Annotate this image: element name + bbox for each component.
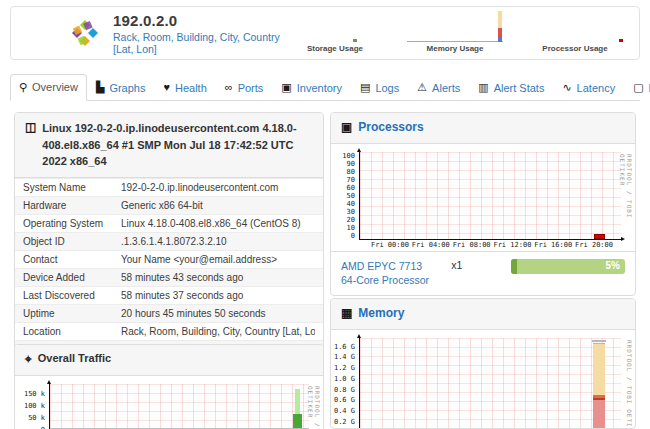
tab[interactable]: ▤ Logs (351, 74, 408, 101)
row-value: 58 minutes 37 seconds ago (121, 290, 315, 301)
y-tick: 70 (347, 176, 355, 184)
mini-graph-label: Processor Usage (527, 44, 623, 53)
x-tick: Fri 20:00 (575, 241, 613, 249)
x-tick: Fri 08:00 (453, 241, 491, 249)
tab[interactable]: ♥ Health (154, 74, 215, 101)
y-tick: 0.4 G (334, 407, 355, 415)
tab[interactable]: ▢ Notes (624, 74, 650, 101)
y-tick: 50 k (28, 414, 45, 422)
tab[interactable]: ⚲ Overview (10, 74, 87, 101)
processor-entry: AMD EPYC 7713 64-Core Processor x1 5% (331, 251, 635, 295)
mem-total-line (592, 340, 606, 342)
row-label: Last Discovered (23, 290, 121, 301)
x-tick: Fri 00:00 (371, 241, 409, 249)
tab-label: Overview (32, 81, 78, 93)
mem-y-axis: 1.6 G1.4 G1.2 G1.0 G0.8 G0.6 G0.4 G0.2 G… (331, 343, 355, 429)
y-tick: 0.8 G (334, 386, 355, 394)
overall-traffic-panel: ⌖ Overall Traffic 150 k100 k50 k0 RRDTOO… (14, 344, 324, 429)
traffic-title: Overall Traffic (38, 352, 111, 364)
table-row: System Name 192-0-2-0.ip.linodeuserconte… (15, 178, 323, 196)
tab[interactable]: ⚠ Alerts (408, 74, 469, 101)
row-label: Object ID (23, 236, 121, 247)
device-header: 192.0.2.0 Rack, Room, Building, City, Co… (10, 6, 640, 60)
tab-icon: ▥ (478, 82, 488, 93)
tab-label: Latency (577, 82, 616, 94)
x-tick: Fri 04:00 (412, 241, 450, 249)
tab[interactable]: ▙ Graphs (87, 74, 155, 101)
server-icon: ◫ (25, 120, 36, 136)
x-tick: Fri 12:00 (493, 241, 531, 249)
processor-name: AMD EPYC 7713 (341, 259, 429, 273)
table-row: Uptime 20 hours 45 minutes 50 seconds ⚑ (15, 304, 323, 322)
processor-name-2: 64-Core Processor (341, 273, 429, 287)
tab[interactable]: ∿ Latency (553, 74, 624, 101)
row-value: 192-0-2-0.ip.linodeusercontent.com (121, 182, 315, 193)
row-value: 20 hours 45 minutes 50 seconds (121, 308, 315, 319)
traffic-y-axis: 150 k100 k50 k0 (15, 390, 45, 429)
mini-graph-label: Memory Usage (407, 44, 503, 53)
y-tick: 40 (347, 200, 355, 208)
memory-panel: ▦ Memory 1.6 G1.4 G1.2 G1.0 G0.8 G0.6 G0… (330, 298, 636, 429)
tab-label: Ports (238, 82, 264, 94)
tab[interactable]: ▥ Alert Stats (469, 74, 553, 101)
tab-label: Health (175, 82, 207, 94)
tab[interactable]: ▣ Inventory (272, 74, 351, 101)
row-label: Hardware (23, 200, 121, 211)
y-tick: 30 (347, 208, 355, 216)
tab-label: Alerts (432, 82, 460, 94)
binoculars-icon: ⌖ (25, 352, 32, 368)
mini-graph[interactable]: Storage Usage (287, 11, 383, 55)
processors-graph[interactable]: 1009080706050403020100 Fri 00:00Fri 04:0… (331, 144, 635, 251)
y-tick: 1.4 G (334, 353, 355, 361)
cpu-usage-bar (594, 234, 605, 239)
device-location-link[interactable]: Rack, Room, Building, City, Country [Lat… (113, 31, 287, 55)
memory-used-spike (498, 28, 502, 37)
zero-line (50, 428, 309, 429)
tab-label: Alert Stats (494, 82, 545, 94)
memory-graph[interactable]: 1.6 G1.4 G1.2 G1.0 G0.8 G0.6 G0.4 G0.2 G… (331, 330, 635, 429)
cpu-plot (359, 152, 621, 240)
tab-icon: ♥ (163, 82, 170, 93)
processors-title[interactable]: Processors (358, 120, 423, 134)
tab-icon: ∿ (562, 82, 571, 93)
processor-link[interactable]: AMD EPYC 7713 64-Core Processor (341, 259, 429, 287)
traffic-in-bar (293, 414, 302, 428)
memory-shared-spike (498, 37, 502, 42)
tab[interactable]: ∞ Ports (216, 74, 273, 101)
row-label: Device Added (23, 272, 121, 283)
cpu-x-axis: Fri 00:00Fri 04:00Fri 08:00Fri 12:00Fri … (359, 240, 621, 249)
y-tick: 100 k (24, 402, 45, 410)
cpu-usage-percent: 5% (606, 260, 620, 271)
mini-graph[interactable]: Memory Usage (407, 11, 503, 55)
y-tick: 1.6 G (334, 343, 355, 351)
row-value: 58 minutes 43 seconds ago (121, 272, 315, 283)
header-mini-graphs: Storage Usage Memory Usage Processor Usa… (287, 11, 623, 55)
x-tick: Fri 16:00 (534, 241, 572, 249)
memory-header: ▦ Memory (331, 299, 635, 330)
traffic-graph[interactable]: 150 k100 k50 k0 RRDTOOL / TOBI OETIKER (15, 376, 323, 429)
table-row: Operating System Linux 4.18.0-408.el8.x8… (15, 214, 323, 232)
system-info-header: ◫ Linux 192-0-2-0.ip.linodeusercontent.c… (15, 113, 323, 178)
y-tick: 90 (347, 160, 355, 168)
tab-label: Graphs (109, 82, 145, 94)
table-row: Device Added 58 minutes 43 seconds ago ⚑ (15, 268, 323, 286)
table-row: Object ID .1.3.6.1.4.1.8072.3.2.10 ⚑ (15, 232, 323, 250)
table-row: Location Rack, Room, Building, City, Cou… (15, 322, 323, 340)
traffic-header: ⌖ Overall Traffic (15, 345, 323, 376)
memory-title[interactable]: Memory (358, 306, 404, 320)
y-tick: 1.2 G (334, 364, 355, 372)
tab-icon: ▢ (633, 82, 643, 93)
device-ip: 192.0.2.0 (113, 12, 287, 29)
row-value: Your Name <your@email.address> (121, 254, 315, 265)
rrdtool-watermark: RRDTOOL / TOBI OETIKER (619, 154, 633, 251)
row-value: Generic x86 64-bit (121, 200, 315, 211)
centos-logo (69, 17, 101, 49)
y-tick: 100 (342, 152, 355, 160)
y-tick: 0 (41, 426, 45, 429)
tabs: ⚲ Overview ▙ Graphs ♥ Health ∞ Ports ▣ I… (10, 74, 650, 100)
sparkline (287, 13, 383, 42)
system-info-table: System Name 192-0-2-0.ip.linodeuserconte… (15, 178, 323, 362)
rrdtool-watermark: RRDTOOL / TOBI OETIKER (626, 340, 633, 429)
row-label: System Name (23, 182, 121, 193)
mini-graph[interactable]: Processor Usage (527, 11, 623, 55)
